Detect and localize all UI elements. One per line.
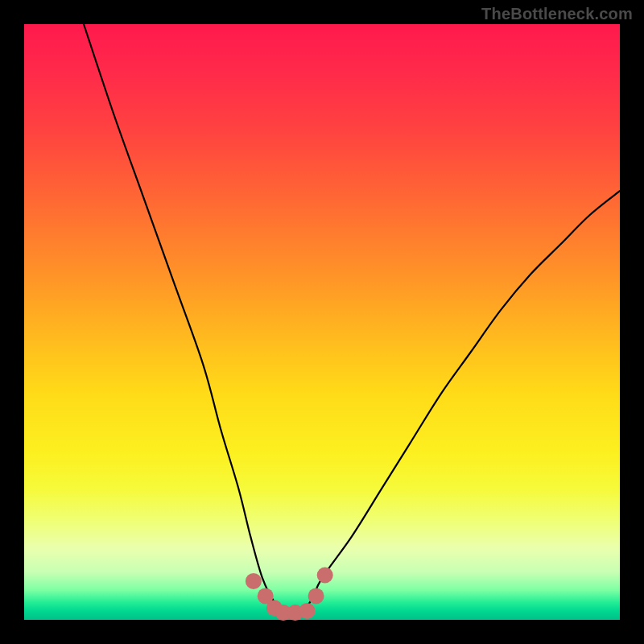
marker-dot: [308, 588, 324, 604]
chart-frame: TheBottleneck.com: [0, 0, 644, 644]
plot-area: [24, 24, 620, 620]
marker-dot: [299, 603, 316, 619]
bottleneck-curve: [84, 24, 620, 615]
watermark-label: TheBottleneck.com: [481, 5, 633, 23]
marker-dot: [246, 573, 262, 589]
marker-dots: [246, 568, 333, 621]
marker-dot: [317, 568, 333, 584]
curve-svg: [24, 24, 620, 620]
